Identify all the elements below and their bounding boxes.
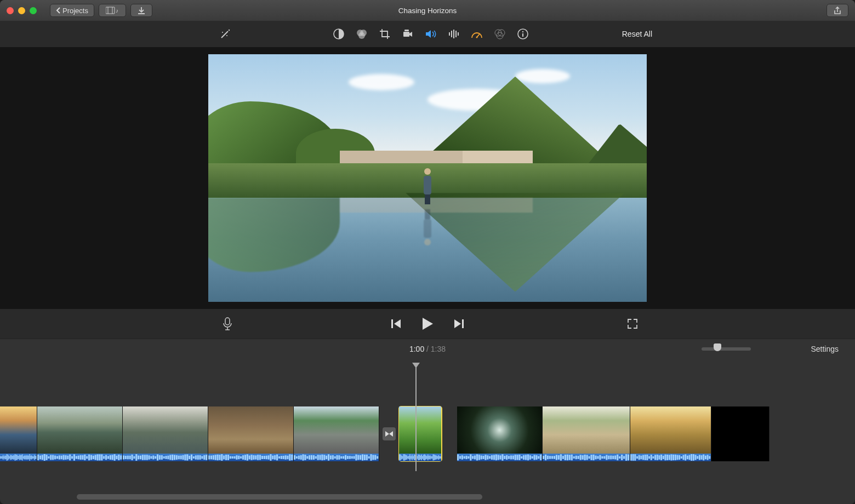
svg-rect-100 (103, 456, 105, 459)
svg-rect-195 (306, 456, 308, 459)
crop-button[interactable] (379, 28, 391, 40)
import-button[interactable] (130, 4, 152, 17)
adjust-icons-group (333, 28, 529, 40)
timeline-clip[interactable] (543, 406, 630, 461)
svg-rect-151 (213, 455, 214, 460)
next-button[interactable] (453, 319, 464, 329)
svg-rect-95 (93, 456, 94, 460)
timeline-clip[interactable] (208, 406, 294, 461)
svg-rect-279 (478, 455, 480, 460)
svg-rect-310 (545, 455, 546, 460)
svg-rect-346 (623, 456, 625, 459)
svg-rect-116 (138, 456, 139, 460)
settings-button[interactable]: Settings (811, 345, 839, 353)
clip-thumbnail (630, 406, 711, 454)
svg-rect-54 (23, 456, 24, 459)
svg-rect-37 (7, 455, 8, 461)
svg-rect-339 (608, 456, 609, 460)
share-button[interactable] (827, 4, 848, 17)
svg-rect-134 (176, 455, 178, 460)
transition-icon[interactable] (383, 427, 396, 440)
timeline-clip[interactable] (399, 406, 442, 461)
viewer[interactable] (208, 54, 647, 302)
svg-rect-103 (110, 455, 111, 460)
magic-wand-button[interactable] (219, 28, 231, 40)
fullscreen-window-icon[interactable] (30, 7, 37, 14)
svg-rect-152 (215, 455, 216, 460)
svg-rect-308 (540, 455, 542, 460)
clip-audio-waveform (399, 454, 441, 461)
svg-rect-284 (489, 456, 491, 459)
color-correction-button[interactable] (356, 28, 368, 40)
svg-rect-345 (621, 455, 623, 460)
playhead[interactable] (415, 364, 417, 471)
svg-point-4 (222, 32, 223, 33)
svg-rect-340 (610, 456, 612, 460)
play-button[interactable] (421, 317, 434, 330)
svg-rect-101 (105, 455, 107, 460)
fullscreen-viewer-button[interactable] (627, 318, 638, 329)
playback-bar (0, 309, 855, 339)
timeline-clip[interactable] (711, 406, 770, 461)
svg-rect-57 (26, 455, 26, 460)
svg-rect-143 (195, 455, 197, 459)
timeline-clip[interactable] (37, 406, 123, 461)
reset-all-button[interactable]: Reset All (622, 30, 652, 38)
svg-rect-388 (709, 456, 710, 459)
svg-rect-375 (683, 455, 685, 460)
svg-rect-306 (535, 455, 537, 460)
clip-audio-waveform (123, 454, 208, 461)
svg-rect-183 (281, 456, 282, 459)
time-current: 1:00 (409, 345, 424, 353)
timeline-clip[interactable] (630, 406, 711, 461)
svg-rect-194 (304, 455, 306, 460)
svg-rect-198 (313, 455, 315, 460)
timeline-zoom-slider[interactable] (702, 347, 751, 351)
timeline-clip[interactable] (294, 406, 379, 461)
timeline-clip[interactable] (457, 406, 543, 461)
svg-rect-148 (206, 455, 207, 460)
clip-audio-waveform (457, 454, 542, 461)
svg-rect-303 (529, 455, 531, 460)
svg-rect-107 (118, 455, 119, 460)
video-filter-button[interactable] (494, 28, 506, 40)
zoom-thumb-icon[interactable] (714, 343, 721, 351)
svg-rect-288 (498, 455, 499, 460)
noise-reduction-button[interactable] (448, 28, 460, 40)
svg-rect-227 (374, 455, 376, 460)
minimize-window-icon[interactable] (18, 7, 25, 14)
svg-rect-298 (518, 455, 520, 460)
info-button[interactable] (517, 28, 529, 40)
clip-thumbnail (543, 406, 630, 454)
timeline-clip[interactable] (123, 406, 208, 461)
back-projects-button[interactable]: Projects (50, 4, 94, 17)
svg-point-5 (226, 35, 227, 36)
svg-rect-230 (400, 455, 401, 461)
svg-rect-164 (240, 456, 242, 459)
svg-rect-281 (483, 456, 485, 459)
svg-rect-350 (632, 454, 634, 461)
close-window-icon[interactable] (7, 7, 14, 14)
svg-rect-387 (707, 455, 709, 460)
svg-rect-185 (285, 455, 287, 460)
volume-button[interactable] (425, 28, 437, 40)
previous-button[interactable] (391, 319, 402, 329)
color-balance-button[interactable] (333, 28, 345, 40)
svg-rect-294 (510, 455, 512, 459)
svg-rect-385 (703, 455, 704, 461)
svg-rect-12 (404, 30, 409, 31)
svg-rect-154 (219, 455, 220, 460)
timeline-scrollbar[interactable] (77, 494, 482, 500)
svg-rect-175 (264, 456, 265, 459)
svg-rect-384 (701, 455, 703, 460)
speed-button[interactable] (471, 28, 483, 40)
transition[interactable] (379, 406, 399, 461)
timeline-clip[interactable] (0, 406, 37, 461)
stabilization-button[interactable] (402, 28, 414, 40)
voiceover-button[interactable] (223, 317, 232, 330)
timeline-area[interactable] (0, 358, 855, 504)
window-traffic-lights (7, 7, 37, 14)
media-library-button[interactable]: ♪ (99, 4, 126, 17)
svg-rect-256 (428, 455, 429, 460)
expand-icon (627, 318, 638, 329)
